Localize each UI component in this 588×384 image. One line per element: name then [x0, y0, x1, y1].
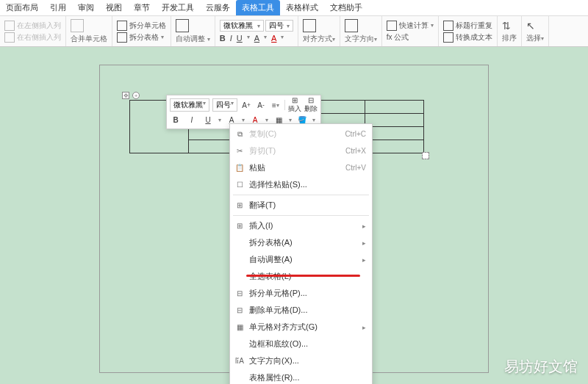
ctx-翻译(T)[interactable]: ⊞翻译(T): [230, 197, 372, 214]
table-cell[interactable]: [365, 101, 424, 114]
highlight-btn[interactable]: A: [254, 34, 259, 43]
tab-5[interactable]: 开发工具: [156, 0, 200, 15]
ctx-表格属性(R)...[interactable]: 表格属性(R)...: [230, 369, 372, 384]
highlight-annotation: [246, 275, 360, 277]
ctx-选择性粘贴(S)...[interactable]: ☐选择性粘贴(S)...: [230, 176, 372, 193]
ctx-剪切(T): ✂剪切(T)Ctrl+X: [230, 142, 372, 159]
tab-0[interactable]: 页面布局: [0, 0, 44, 15]
underline-btn[interactable]: U: [237, 34, 243, 43]
ctx-删除单元格(D)...[interactable]: ⊟删除单元格(D)...: [230, 302, 372, 319]
ribbon-tabs: 页面布局引用审阅视图章节开发工具云服务表格工具表格样式文档助手: [0, 0, 588, 16]
watermark: 易坊好文馆: [504, 357, 578, 377]
table-resize-handle[interactable]: [422, 152, 429, 159]
ctx-拆分表格(A)[interactable]: 拆分表格(A)▸: [230, 234, 372, 251]
grow-font-btn[interactable]: A+: [240, 99, 252, 111]
tab-9[interactable]: 文档助手: [324, 0, 368, 15]
ctx-单元格对齐方式(G)[interactable]: ▦单元格对齐方式(G)▸: [230, 319, 372, 336]
tab-7[interactable]: 表格工具: [236, 0, 280, 15]
float-italic[interactable]: I: [186, 114, 198, 126]
insert-col-right[interactable]: 在右侧插入列: [4, 32, 61, 43]
ribbon-toolbar: 在左侧插入列 在右侧插入列 合并单元格 拆分单元格 拆分表格 ▾ 自动调整 ▾ …: [0, 16, 588, 47]
select-btn[interactable]: ↖: [526, 20, 544, 32]
tab-3[interactable]: 视图: [100, 0, 128, 15]
font-select[interactable]: 微软雅黑▾: [220, 20, 264, 32]
float-delete-btn[interactable]: ⊟删除: [304, 99, 318, 111]
float-bold[interactable]: B: [170, 114, 182, 126]
font-color-btn[interactable]: A: [271, 34, 276, 43]
text-direction[interactable]: [345, 19, 377, 32]
ctx-拆分单元格(P)...[interactable]: ⊟拆分单元格(P)...: [230, 285, 372, 302]
tab-8[interactable]: 表格样式: [280, 0, 324, 15]
ctx-边框和底纹(O)...[interactable]: 边框和底纹(O)...: [230, 336, 372, 352]
title-repeat[interactable]: 标题行重复: [443, 21, 492, 31]
merge-cells[interactable]: [71, 19, 107, 32]
tab-1[interactable]: 引用: [44, 0, 72, 15]
tab-2[interactable]: 审阅: [72, 0, 100, 15]
float-underline[interactable]: U: [202, 114, 214, 126]
ctx-粘贴[interactable]: 📋粘贴Ctrl+V: [230, 159, 372, 176]
insert-col-left[interactable]: 在左侧插入列: [4, 21, 61, 31]
align-mode[interactable]: [303, 19, 335, 32]
float-insert-btn[interactable]: ⊞插入: [288, 99, 301, 111]
table-add-handle[interactable]: +: [132, 92, 140, 99]
ctx-复制(C): ⧉复制(C)Ctrl+C: [230, 126, 372, 142]
sort-btn[interactable]: ⇅: [502, 20, 517, 32]
float-font-select[interactable]: 微软雅黑▾: [170, 98, 209, 112]
italic-btn[interactable]: I: [230, 34, 232, 43]
convert-text[interactable]: 转换成文本: [443, 32, 492, 43]
tab-4[interactable]: 章节: [128, 0, 156, 15]
bold-btn[interactable]: B: [220, 34, 226, 43]
context-menu: ⧉复制(C)Ctrl+C✂剪切(T)Ctrl+X📋粘贴Ctrl+V☐选择性粘贴(…: [229, 123, 373, 384]
table-move-handle[interactable]: ✥: [122, 92, 129, 99]
ctx-插入(I)[interactable]: ⊞插入(I)▸: [230, 217, 372, 234]
float-size-select[interactable]: 四号▾: [212, 98, 237, 112]
ctx-自动调整(A)[interactable]: 自动调整(A)▸: [230, 251, 372, 268]
size-select[interactable]: 四号▾: [265, 20, 293, 32]
formula[interactable]: fx 公式: [387, 32, 434, 43]
split-table[interactable]: 拆分表格 ▾: [117, 32, 166, 43]
ctx-文字方向(X)...[interactable]: lǐA文字方向(X)...: [230, 352, 372, 369]
tab-6[interactable]: 云服务: [200, 0, 236, 15]
auto-fit[interactable]: [176, 19, 210, 32]
shrink-font-btn[interactable]: A-: [255, 99, 267, 111]
line-spacing-btn[interactable]: ≡▾: [270, 99, 282, 111]
split-cell[interactable]: 拆分单元格: [117, 21, 166, 31]
quick-calc[interactable]: 快速计算▾: [387, 21, 434, 31]
